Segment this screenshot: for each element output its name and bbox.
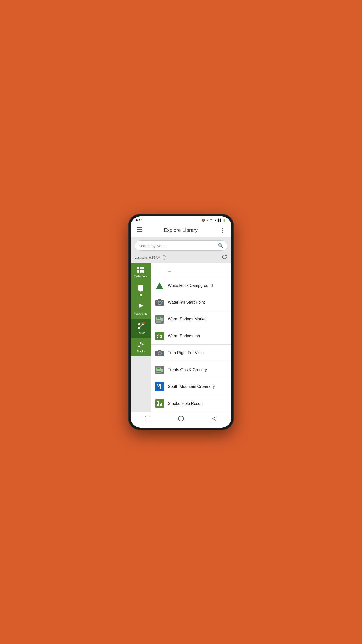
list-item[interactable]: Trents Gas & Grocery <box>151 361 231 378</box>
svg-rect-41 <box>157 334 158 335</box>
sync-bar: Last sync: 9:15 AM i <box>131 253 231 263</box>
phone-screen: 9:15 🔕 ✦ 📍 ▲ ▋▋ 🔋 Ex <box>131 216 231 428</box>
app-bar: Explore Library ⋮ <box>131 223 231 237</box>
svg-rect-2 <box>137 231 142 232</box>
svg-rect-8 <box>142 270 144 273</box>
sidebar-all-label: All <box>139 294 142 297</box>
home-button[interactable] <box>173 414 189 424</box>
item-name: WaterFall Start Point <box>168 300 227 305</box>
svg-point-49 <box>159 353 160 353</box>
sidebar-waypoints-label: Waypoints <box>134 312 147 315</box>
hotel-icon2 <box>155 399 164 408</box>
svg-rect-54 <box>159 368 160 369</box>
waypoints-icon <box>138 304 144 311</box>
svg-point-26 <box>162 301 163 302</box>
bottom-nav <box>131 412 231 428</box>
svg-rect-5 <box>142 267 144 269</box>
svg-rect-36 <box>156 321 161 323</box>
svg-rect-61 <box>160 403 162 406</box>
list-item[interactable]: White Rock Campground <box>151 277 231 294</box>
svg-rect-63 <box>157 403 158 404</box>
tracks-icon <box>138 341 144 349</box>
recent-apps-button[interactable] <box>140 414 155 424</box>
item-name: White Rock Campground <box>168 283 227 288</box>
sidebar-tracks-label: Tracks <box>137 350 145 353</box>
svg-point-27 <box>157 301 157 302</box>
svg-rect-4 <box>140 267 142 269</box>
svg-rect-50 <box>158 350 161 351</box>
more-icon: ⋮ <box>219 227 225 234</box>
main-content: Collections All <box>131 263 231 412</box>
svg-rect-56 <box>156 372 161 373</box>
svg-rect-40 <box>160 335 162 338</box>
list-item-partial[interactable]: ... <box>151 263 231 277</box>
sidebar-item-waypoints[interactable]: Waypoints <box>131 300 151 319</box>
all-icon <box>138 285 143 293</box>
sidebar: Collections All <box>131 263 151 412</box>
svg-rect-43 <box>158 334 159 338</box>
svg-rect-1 <box>137 229 142 230</box>
list-item[interactable]: Turn Right For Vista <box>151 345 231 361</box>
sidebar-collections-label: Collections <box>134 275 148 278</box>
item-name: South Mountain Creamery <box>168 384 227 389</box>
search-area: 🔍 <box>131 237 231 253</box>
battery-icon: 🔋 <box>223 219 226 222</box>
list-item[interactable]: WaterFall Start Point <box>151 294 231 311</box>
sync-text-label: Last sync: 9:15 AM <box>135 256 160 259</box>
svg-rect-65 <box>162 403 162 404</box>
sidebar-item-routes[interactable]: Routes <box>131 319 151 338</box>
svg-rect-45 <box>162 336 162 337</box>
item-name: Trents Gas & Grocery <box>168 368 227 372</box>
square-icon <box>145 417 150 422</box>
signal-icon: ▋▋ <box>218 219 222 222</box>
status-icons: 🔕 ✦ 📍 ▲ ▋▋ 🔋 <box>202 219 226 222</box>
item-name: Smoke Hole Resort <box>168 401 227 406</box>
svg-rect-42 <box>157 336 158 337</box>
back-button[interactable] <box>207 414 222 424</box>
search-box: 🔍 <box>135 240 227 251</box>
list-item[interactable]: Warm Springs Inn <box>151 328 231 345</box>
routes-badge <box>142 322 145 324</box>
app-bar-title: Explore Library <box>164 227 198 233</box>
svg-point-29 <box>159 302 160 303</box>
location-icon: 📍 <box>209 219 213 222</box>
svg-marker-12 <box>139 304 144 308</box>
hamburger-icon <box>137 227 142 233</box>
sidebar-routes-label: Routes <box>137 331 145 334</box>
svg-marker-21 <box>156 282 163 289</box>
sidebar-item-collections[interactable]: Collections <box>131 263 151 281</box>
menu-button[interactable] <box>136 226 143 234</box>
list-area: ... White Rock Campground <box>151 263 231 412</box>
list-item[interactable]: Warm Springs Market <box>151 311 231 328</box>
status-bar: 9:15 🔕 ✦ 📍 ▲ ▋▋ 🔋 <box>131 216 231 223</box>
bluetooth-icon: ✦ <box>206 219 208 222</box>
gas-gray-icon <box>155 365 164 375</box>
svg-rect-9 <box>138 285 143 291</box>
svg-rect-32 <box>157 317 159 319</box>
list-item[interactable]: South Mountain Creamery <box>151 378 231 395</box>
svg-point-13 <box>138 327 140 329</box>
sync-info: Last sync: 9:15 AM i <box>135 255 166 260</box>
hotel-icon <box>155 331 164 341</box>
search-button[interactable]: 🔍 <box>218 243 223 248</box>
restaurant-icon <box>155 382 164 391</box>
sidebar-item-all[interactable]: All <box>131 281 151 300</box>
svg-rect-33 <box>159 317 160 319</box>
routes-icon-wrapper <box>137 322 144 330</box>
list-item[interactable]: Smoke Hole Resort <box>151 395 231 412</box>
camera-icon2 <box>155 348 164 358</box>
more-options-button[interactable]: ⋮ <box>218 226 226 235</box>
svg-marker-10 <box>138 291 143 292</box>
svg-rect-62 <box>157 402 158 403</box>
svg-rect-7 <box>140 270 142 273</box>
svg-rect-44 <box>160 336 161 337</box>
refresh-button[interactable] <box>222 254 227 261</box>
svg-rect-6 <box>137 270 139 273</box>
svg-rect-3 <box>137 267 139 269</box>
search-input[interactable] <box>139 244 218 248</box>
item-name: Turn Right For Vista <box>168 351 227 355</box>
svg-rect-53 <box>157 368 159 369</box>
sidebar-item-tracks[interactable]: Tracks <box>131 338 151 356</box>
svg-rect-34 <box>161 318 163 321</box>
info-icon[interactable]: i <box>162 255 166 260</box>
